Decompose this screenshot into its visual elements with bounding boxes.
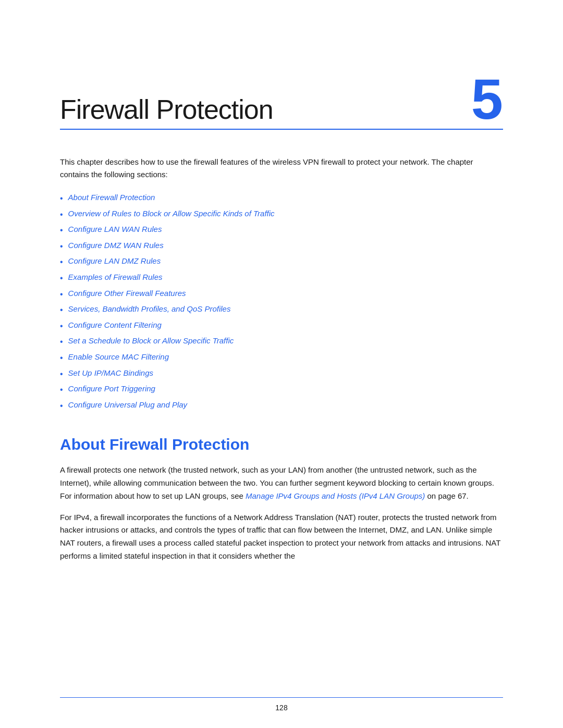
list-item: • Configure LAN DMZ Rules [60, 255, 503, 269]
list-item: • Set a Schedule to Block or Allow Speci… [60, 335, 503, 349]
toc-link-lan-dmz[interactable]: Configure LAN DMZ Rules [68, 255, 161, 267]
list-item: • Enable Source MAC Filtering [60, 351, 503, 365]
toc-link-lan-wan[interactable]: Configure LAN WAN Rules [68, 223, 162, 236]
intro-paragraph: This chapter describes how to use the fi… [60, 156, 503, 181]
bullet-icon: • [60, 303, 63, 317]
bullet-icon: • [60, 192, 63, 205]
bullet-icon: • [60, 367, 63, 381]
ipv4-groups-link[interactable]: Manage IPv4 Groups and Hosts (IPv4 LAN G… [246, 491, 425, 500]
chapter-header: Firewall Protection 5 [60, 73, 503, 130]
bullet-icon: • [60, 255, 63, 269]
list-item: • Configure DMZ WAN Rules [60, 239, 503, 253]
page-footer: 128 [60, 697, 503, 712]
list-item: • Services, Bandwidth Profiles, and QoS … [60, 303, 503, 317]
bullet-icon: • [60, 272, 63, 285]
list-item: • Examples of Firewall Rules [60, 271, 503, 285]
bullet-icon: • [60, 224, 63, 237]
chapter-number: 5 [471, 73, 503, 125]
page: Firewall Protection 5 This chapter descr… [0, 0, 563, 728]
list-item: • Overview of Rules to Block or Allow Sp… [60, 207, 503, 221]
about-paragraph-1-end: on page 67. [425, 491, 468, 500]
bullet-icon: • [60, 399, 63, 413]
list-item: • Configure Port Triggering [60, 382, 503, 397]
list-item: • Configure LAN WAN Rules [60, 223, 503, 237]
list-item: • Set Up IP/MAC Bindings [60, 367, 503, 381]
bullet-icon: • [60, 208, 63, 221]
list-item: • Configure Other Firewall Features [60, 287, 503, 301]
toc-link-mac[interactable]: Enable Source MAC Filtering [68, 351, 169, 363]
list-item: • About Firewall Protection [60, 191, 503, 205]
toc-link-content[interactable]: Configure Content Filtering [68, 319, 162, 331]
bullet-icon: • [60, 319, 63, 333]
toc-link-upnp[interactable]: Configure Universal Plug and Play [68, 399, 187, 411]
bullet-icon: • [60, 335, 63, 349]
about-paragraph-1: A firewall protects one network (the tru… [60, 464, 503, 502]
list-item: • Configure Universal Plug and Play [60, 399, 503, 413]
bullet-icon: • [60, 351, 63, 365]
list-item: • Configure Content Filtering [60, 319, 503, 333]
toc-link-schedule[interactable]: Set a Schedule to Block or Allow Specifi… [68, 335, 234, 347]
toc-link-port[interactable]: Configure Port Triggering [68, 382, 155, 395]
about-paragraph-2: For IPv4, a firewall incorporates the fu… [60, 511, 503, 563]
bullet-icon: • [60, 240, 63, 253]
toc-link-overview[interactable]: Overview of Rules to Block or Allow Spec… [68, 207, 275, 220]
toc-link-other[interactable]: Configure Other Firewall Features [68, 287, 186, 300]
toc-link-dmz-wan[interactable]: Configure DMZ WAN Rules [68, 239, 164, 252]
chapter-title: Firewall Protection [60, 95, 273, 125]
toc-link-about[interactable]: About Firewall Protection [68, 191, 155, 204]
toc-link-services[interactable]: Services, Bandwidth Profiles, and QoS Pr… [68, 303, 231, 315]
toc-list: • About Firewall Protection • Overview o… [60, 191, 503, 412]
toc-link-examples[interactable]: Examples of Firewall Rules [68, 271, 163, 283]
toc-link-ipmac[interactable]: Set Up IP/MAC Bindings [68, 367, 153, 379]
bullet-icon: • [60, 383, 63, 397]
section-heading-about: About Firewall Protection [60, 436, 503, 453]
bullet-icon: • [60, 288, 63, 301]
page-number: 128 [275, 704, 287, 712]
